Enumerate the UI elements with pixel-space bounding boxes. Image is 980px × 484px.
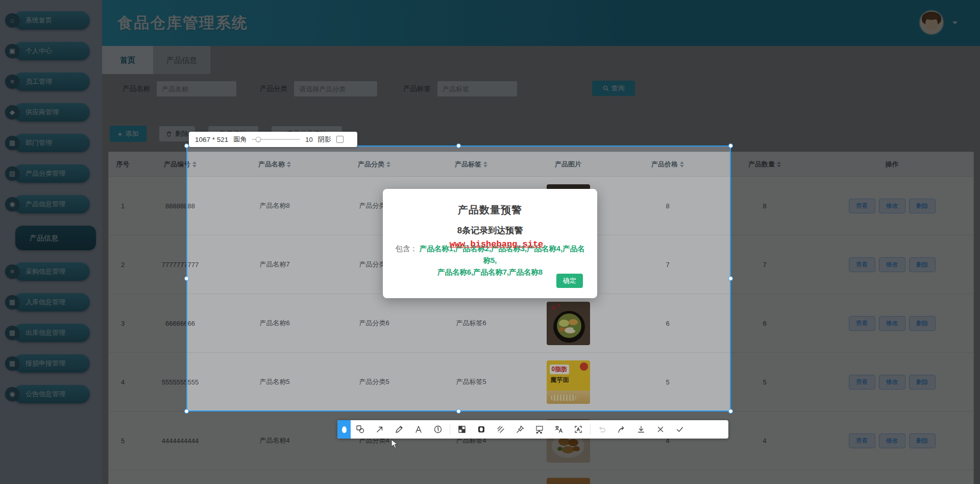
crop-ocr-icon[interactable]: [530, 420, 549, 439]
rounded-corner-slider[interactable]: [252, 136, 300, 142]
selection-handle-top-right[interactable]: [728, 143, 733, 148]
text-icon[interactable]: [409, 420, 428, 439]
marker-icon: [342, 426, 347, 433]
rounded-corner-label: 圆角: [233, 135, 247, 144]
pencil-icon[interactable]: [389, 420, 409, 439]
rounded-corner-value: 10: [305, 136, 312, 143]
share-icon[interactable]: [612, 420, 631, 439]
selection-handle-top-left[interactable]: [184, 143, 189, 148]
shadow-checkbox[interactable]: [336, 136, 344, 143]
translate-icon[interactable]: [549, 420, 569, 439]
arrow-icon[interactable]: [370, 420, 389, 439]
toolbar-separator: [590, 424, 591, 434]
ocr-frame-icon[interactable]: [569, 420, 588, 439]
snip-size-panel: 1067 * 521 圆角 10 阴影: [189, 132, 357, 147]
selection-handle-bottom-right[interactable]: [728, 409, 733, 414]
shadow-label: 阴影: [318, 135, 331, 144]
snip-toolbar: [337, 420, 728, 439]
toolbar-separator: [450, 424, 450, 434]
snip-selection-region[interactable]: [186, 146, 731, 412]
selection-size-readout: 1067 * 521: [195, 136, 228, 143]
close-icon[interactable]: [651, 420, 670, 439]
shapes-icon[interactable]: [351, 420, 370, 439]
mouse-cursor: [390, 439, 400, 451]
number-badge-icon[interactable]: [428, 420, 448, 439]
undo-icon[interactable]: [593, 420, 612, 439]
pin-icon[interactable]: [510, 420, 530, 439]
slider-thumb[interactable]: [256, 137, 261, 142]
download-icon[interactable]: [631, 420, 651, 439]
selection-handle-right-mid[interactable]: [728, 276, 733, 281]
active-tool-indicator[interactable]: [337, 420, 351, 439]
mosaic-icon[interactable]: [452, 420, 472, 439]
blur-icon[interactable]: [472, 420, 491, 439]
selection-handle-left-mid[interactable]: [184, 276, 189, 281]
selection-handle-top-mid[interactable]: [456, 143, 461, 148]
selection-handle-bottom-mid[interactable]: [456, 409, 461, 414]
confirm-icon[interactable]: [670, 420, 690, 439]
hatch-icon[interactable]: [491, 420, 510, 439]
selection-handle-bottom-left[interactable]: [184, 409, 189, 414]
